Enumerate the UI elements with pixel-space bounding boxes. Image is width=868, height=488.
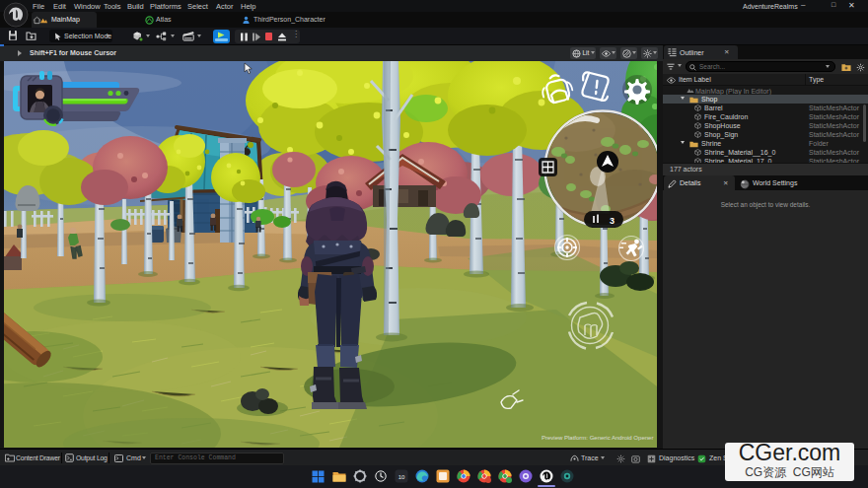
- svg-text:3: 3: [610, 216, 615, 226]
- svg-text:Preview Platform: Generic An: Preview Platform: Generic Android Opener: [542, 435, 653, 441]
- svg-text:10: 10: [398, 474, 405, 480]
